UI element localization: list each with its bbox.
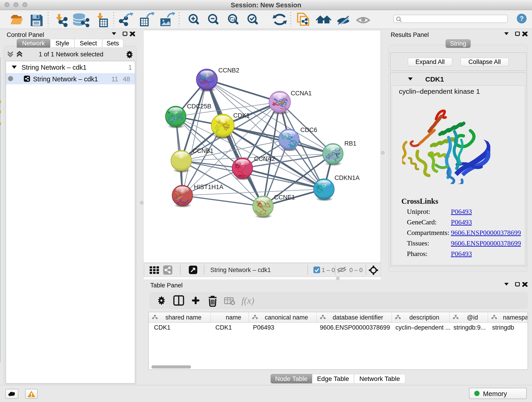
svg-text:CCNE1: CCNE1 — [274, 194, 295, 201]
svg-text:CDKN1A: CDKN1A — [335, 174, 360, 181]
svg-text:0 – 0: 0 – 0 — [349, 267, 363, 274]
svg-text:CCNB1: CCNB1 — [192, 147, 214, 154]
svg-text:1 – 0: 1 – 0 — [322, 267, 335, 274]
svg-text:f(x): f(x) — [241, 295, 254, 306]
svg-text:CDC25B: CDC25B — [187, 103, 211, 110]
svg-text:CDK1: CDK1 — [233, 112, 250, 119]
svg-text:RB1: RB1 — [344, 140, 356, 147]
svg-text:HIST1H1A: HIST1H1A — [194, 184, 223, 191]
svg-text:CCNA1: CCNA1 — [291, 90, 312, 97]
svg-text:CDC6: CDC6 — [300, 127, 317, 133]
svg-text:CCNA2: CCNA2 — [254, 155, 275, 162]
svg-text:CCNB2: CCNB2 — [218, 67, 239, 74]
svg-text:String Network – cdk1: String Network – cdk1 — [210, 267, 271, 274]
